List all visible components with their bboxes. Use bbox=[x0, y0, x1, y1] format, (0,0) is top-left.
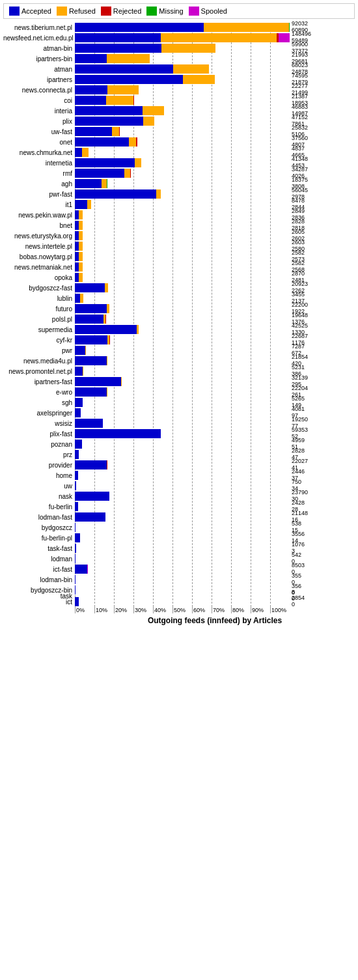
row-label: home bbox=[3, 472, 72, 479]
table-row: plix-fast5935352 bbox=[75, 429, 355, 438]
bar-container: 209232262 bbox=[75, 283, 290, 292]
refused-bar bbox=[112, 127, 119, 136]
refused-bar bbox=[85, 346, 86, 355]
legend-spooled-label: Spooled bbox=[201, 7, 227, 15]
refused-bar bbox=[106, 96, 133, 105]
table-row: ipartners7459521879 bbox=[75, 75, 355, 84]
row-label: ipartners-fast bbox=[3, 378, 72, 385]
accepted-bar bbox=[75, 398, 83, 407]
refused-bar bbox=[87, 200, 91, 209]
rejected-bar bbox=[133, 96, 134, 105]
bar-container: 258325106 bbox=[75, 127, 290, 136]
bar-container: 3560 bbox=[75, 585, 290, 595]
refused-bar bbox=[80, 294, 83, 303]
bar-container: 7459521879 bbox=[75, 75, 290, 84]
bar-container: 53815 bbox=[75, 523, 290, 532]
refused-bar bbox=[102, 179, 107, 188]
rejected-icon bbox=[101, 7, 111, 16]
bar-container: 9203260890 bbox=[75, 23, 290, 32]
refused-bar bbox=[161, 44, 215, 53]
bar-container: 2199329681 bbox=[75, 54, 290, 63]
chart-area: news.tiberium.net.pl9203260890newsfeed.n… bbox=[3, 23, 355, 607]
bar-container: 2227721499 bbox=[75, 85, 290, 94]
row-label: lodman-bin bbox=[3, 576, 72, 583]
row-label: supermedia bbox=[3, 326, 72, 333]
row-label: uw bbox=[3, 483, 72, 490]
accepted-bar bbox=[75, 440, 82, 449]
legend-spooled: Spooled bbox=[189, 7, 227, 16]
table-row: lodman-fast2114816 bbox=[75, 512, 355, 522]
table-row: atman6802324878 bbox=[75, 64, 355, 74]
table-row: opoka28702481 bbox=[75, 273, 355, 282]
accepted-bar bbox=[75, 377, 121, 386]
refused-bar bbox=[82, 148, 89, 157]
bar-container: 22204261 bbox=[75, 387, 290, 397]
missing-bar bbox=[107, 179, 107, 188]
row-label: lublin bbox=[3, 295, 72, 302]
accepted-bar bbox=[75, 189, 156, 199]
bar-container: 28492836 bbox=[75, 210, 290, 219]
accepted-bar bbox=[75, 387, 107, 397]
table-row: futuro222001922 bbox=[75, 304, 355, 313]
refused-bar bbox=[79, 262, 83, 272]
accepted-bar bbox=[75, 158, 135, 167]
accepted-bar bbox=[75, 565, 87, 574]
refused-bar bbox=[79, 231, 83, 240]
refused-bar bbox=[107, 54, 150, 63]
bar-container: 560452978 bbox=[75, 189, 290, 199]
accepted-bar bbox=[75, 367, 83, 376]
legend-rejected-label: Rejected bbox=[113, 7, 141, 15]
refused-bar bbox=[79, 221, 83, 230]
row-label: news.chmurka.net bbox=[3, 149, 72, 156]
table-row: internetia413484453 bbox=[75, 158, 355, 167]
table-row: bnet28282818 bbox=[75, 221, 355, 230]
x-tick: 0% bbox=[75, 607, 94, 613]
bar-container: 4688314987 bbox=[75, 106, 290, 115]
table-row: wsisiz1925077 bbox=[75, 419, 355, 428]
bar-container: 26032580 bbox=[75, 242, 290, 251]
table-row: rmf342874026 bbox=[75, 169, 355, 178]
rejected-bar bbox=[105, 315, 106, 324]
bar-container: 342874026 bbox=[75, 169, 290, 178]
bar-container: 226871176 bbox=[75, 335, 290, 344]
table-row: atman-bin5990037372 bbox=[75, 44, 355, 53]
bar-container: 471527861 bbox=[75, 117, 290, 126]
accepted-bar bbox=[75, 75, 183, 84]
table-row: plix471527861 bbox=[75, 117, 355, 126]
row-label: onet bbox=[3, 139, 72, 146]
bar-container: 75034 bbox=[75, 481, 290, 490]
row-label: news.promontel.net.pl bbox=[3, 368, 72, 375]
x-tick: 80% bbox=[231, 607, 251, 613]
table-row: ipartners-bin2199329681 bbox=[75, 54, 355, 63]
legend-accepted: Accepted bbox=[9, 7, 51, 16]
bar-container: 2202741 bbox=[75, 460, 290, 469]
refused-bar bbox=[183, 75, 215, 84]
refused-bar bbox=[124, 169, 130, 178]
table-row: sgh5265149 bbox=[75, 398, 355, 407]
bar-container: 425251330 bbox=[75, 325, 290, 334]
row-label: uw-fast bbox=[3, 128, 72, 135]
accepted-icon bbox=[9, 7, 20, 16]
row-label: news.netmaniak.net bbox=[3, 264, 72, 271]
row-label: fu-berlin-pl bbox=[3, 535, 72, 542]
bar-container: 3550 bbox=[75, 575, 290, 584]
accepted-bar bbox=[75, 169, 124, 178]
accepted-bar bbox=[75, 137, 129, 147]
bar-container: 26052602 bbox=[75, 231, 290, 240]
accepted-bar bbox=[75, 23, 204, 32]
row-label: wsisiz bbox=[3, 420, 72, 427]
row-label: bydgoszcz bbox=[3, 524, 72, 531]
row-label: bydgoszcz-fast bbox=[3, 285, 72, 292]
refused-bar bbox=[107, 356, 107, 365]
accepted-bar bbox=[75, 96, 106, 105]
rejected-bar bbox=[136, 137, 137, 147]
refused-bar bbox=[137, 325, 139, 334]
accepted-bar bbox=[75, 179, 102, 188]
accepted-bar bbox=[75, 200, 87, 209]
accepted-bar bbox=[75, 471, 78, 480]
row-label: ipartners-bin bbox=[3, 55, 72, 63]
legend-refused-label: Refused bbox=[69, 7, 96, 15]
table-row: pwr-fast560452978 bbox=[75, 189, 355, 199]
legend-rejected: Rejected bbox=[101, 7, 141, 16]
table-row: bydgoszcz-fast209232262 bbox=[75, 283, 355, 292]
